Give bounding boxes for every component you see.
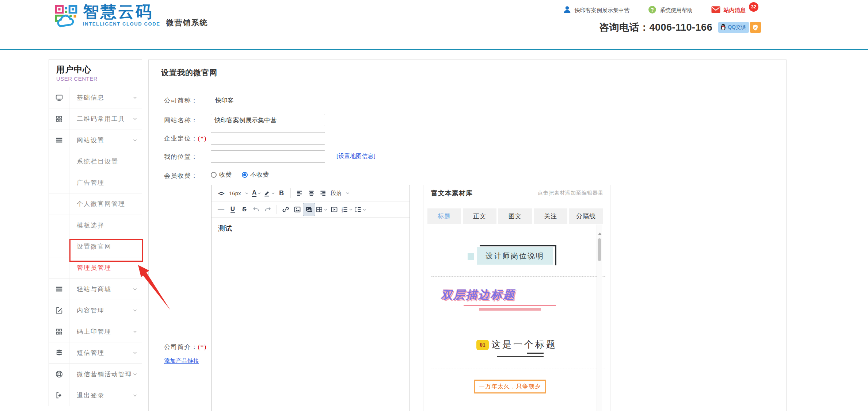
code-icon[interactable]: <> [215,187,227,199]
system-help-link[interactable]: ? 系统使用帮助 [648,5,693,15]
chevron-down-icon [362,208,366,212]
help-icon: ? [648,5,657,15]
sidebar-item-14[interactable]: 退出登录 [49,385,142,406]
radio-circle-icon [211,172,217,178]
align-center-icon[interactable] [305,187,317,199]
line-height-icon[interactable] [354,203,367,216]
no-fee-radio[interactable]: 不收费 [242,170,269,179]
media-icon[interactable] [328,203,340,216]
company-short-name-label: 公司简称： [164,96,198,105]
radio-circle-icon [242,172,248,178]
logo-text: 智慧云码 INTELLIGENT CLOUD CODE [83,3,160,27]
sidebar-item-11[interactable]: 码上印管理 [49,321,142,342]
sample-orange-text: 一万年太久，只争朝夕 [479,383,541,391]
align-left-icon[interactable] [294,187,305,199]
redo-icon[interactable] [262,203,274,216]
sample-title-teal-box[interactable]: 设计师岗位说明 [477,247,553,265]
sidebar-item-label: 微信营销活动管理 [69,364,133,384]
strikethrough-icon[interactable]: S [239,203,250,216]
sample-divider [431,276,606,277]
sidebar-item-label: 个人微官网管理 [69,193,142,214]
sidebar-item-1[interactable]: 二维码常用工具 [49,108,142,130]
ordered-list-icon[interactable]: 123 [340,203,354,216]
sidebar-item-2[interactable]: 网站设置 [49,130,142,151]
gallery-icon[interactable] [303,203,315,216]
sidebar-item-label: 系统栏目设置 [69,151,142,172]
phone-label: 咨询电话：4006-110-166 [599,21,712,34]
sidebar-item-8[interactable]: 管理员管理 [49,257,142,279]
chevron-down-icon [133,342,137,363]
toolbar-separator [277,205,277,214]
positioning-input[interactable] [211,132,325,145]
site-messages-link[interactable]: 站内消息 32 [711,5,758,15]
sidebar-title: 用户中心 [56,64,142,75]
monitor-icon [49,87,69,108]
my-location-input[interactable] [211,150,325,163]
sidebar-item-6[interactable]: 模板选择 [49,215,142,236]
tab-body-text[interactable]: 正文 [463,208,496,224]
font-size-select[interactable]: 16px [227,187,251,199]
scrollbar-thumb[interactable] [598,238,601,261]
chevron-down-icon [324,208,328,212]
sidebar-subtitle: USER CENTER [56,76,142,82]
bold-icon[interactable]: B [276,187,288,199]
undo-icon[interactable] [250,203,262,216]
sample-teal-square [468,253,474,260]
sidebar-item-label: 退出登录 [69,385,133,406]
tab-title[interactable]: 标题 [427,208,461,224]
sidebar-item-label: 二维码常用工具 [69,108,133,129]
library-content: 设计师岗位说明 双层描边标题 01 这是一个标题 一万年太久，只争朝夕 [423,224,610,411]
sidebar-item-4[interactable]: 广告管理 [49,172,142,193]
rich-text-editor: <>16pxAB段落 —US123 测试 [211,185,410,411]
lifering-icon [49,364,69,384]
sample-underline [527,353,544,354]
link-icon[interactable] [280,203,292,216]
tab-follow[interactable]: 关注 [534,208,567,224]
image-icon[interactable] [292,203,303,216]
highlight-icon[interactable] [263,187,276,199]
sidebar-item-13[interactable]: 微信营销活动管理 [49,364,142,385]
svg-text:?: ? [651,7,654,13]
paragraph-select[interactable]: 段落 [329,187,352,199]
sidebar-item-0[interactable]: 基础信息 [49,87,142,108]
sidebar-item-10[interactable]: 内容管理 [49,300,142,321]
sidebar-item-3[interactable]: 系统栏目设置 [49,151,142,172]
hr-icon[interactable]: — [215,203,227,216]
add-product-link[interactable]: 添加产品链接 [164,357,199,365]
page: 智慧云码 INTELLIGENT CLOUD CODE 微营销系统 快印客案例展… [0,0,868,411]
case-showcase-link[interactable]: 快印客案例展示集中营 [563,5,629,15]
material-library: 富文本素材库 点击把素材添加至编辑器里 标题 正文 图文 关注 分隔线 设计师岗… [423,185,610,411]
table-icon[interactable] [315,203,328,216]
sample-numbered-title[interactable]: 这是一个标题 [491,338,557,350]
sidebar-item-9[interactable]: 轻站与商城 [49,279,142,300]
site-name-input[interactable] [211,114,325,126]
library-scrollbar[interactable] [597,224,602,411]
tab-image-text[interactable]: 图文 [498,208,532,224]
underline-icon[interactable]: U [227,203,239,216]
sidebar-item-7[interactable]: 设置微官网 [49,236,142,257]
sidebar-item-label: 码上印管理 [69,321,133,342]
scroll-up-arrow-icon[interactable] [598,233,602,235]
sidebar-item-12[interactable]: 短信管理 [49,342,142,364]
text-color-icon[interactable]: A [251,187,263,199]
chevron-down-icon [133,279,137,299]
header: 智慧云码 INTELLIGENT CLOUD CODE 微营销系统 快印客案例展… [0,0,868,50]
fee-radio[interactable]: 收费 [211,170,232,179]
sample-orange-box[interactable]: 一万年太久，只争朝夕 [474,380,546,393]
sidebar-menu: 基础信息二维码常用工具网站设置系统栏目设置广告管理个人微官网管理模板选择设置微官… [49,87,142,406]
no-icon [49,215,69,236]
align-right-icon[interactable] [317,187,329,199]
system-name: 微营销系统 [166,18,208,28]
sidebar-item-5[interactable]: 个人微官网管理 [49,193,142,215]
paragraph-select-value: 段落 [331,190,342,197]
set-map-info-link[interactable]: [设置地图信息] [336,153,376,160]
database-icon [49,342,69,363]
tab-divider[interactable]: 分隔线 [569,208,603,224]
sidebar-item-label: 轻站与商城 [69,279,133,299]
editor-content[interactable]: 测试 [212,218,410,233]
required-asterisk: (*) [198,135,207,142]
qq-chat-button[interactable]: QQ交谈 [718,22,761,33]
brand-subtitle: INTELLIGENT CLOUD CODE [83,21,160,27]
sample-outlined-title[interactable]: 双层描边标题 [441,287,515,303]
svg-text:3: 3 [342,211,343,213]
